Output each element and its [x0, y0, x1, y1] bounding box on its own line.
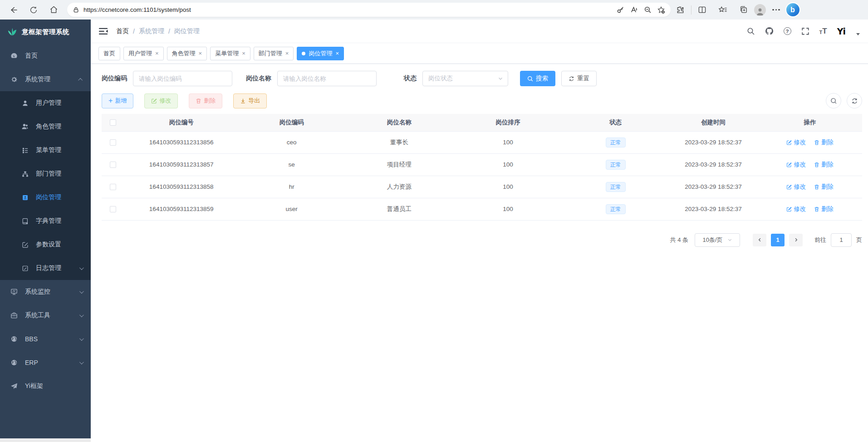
- next-page-button[interactable]: [789, 234, 803, 246]
- tab-label: 用户管理: [128, 49, 152, 58]
- edit-button[interactable]: 修改: [144, 93, 178, 108]
- post-name-input[interactable]: [277, 71, 377, 86]
- row-edit-link[interactable]: 修改: [786, 205, 806, 213]
- user-avatar-logo[interactable]: Yi: [837, 26, 845, 36]
- browser-menu-icon[interactable]: [772, 9, 780, 11]
- fullscreen-icon[interactable]: [801, 27, 809, 35]
- sidebar-item-erp[interactable]: ERP: [0, 351, 91, 374]
- table-row[interactable]: 1641030593112313859 user 普通员工 100 正常 202…: [102, 198, 862, 220]
- post-code-input[interactable]: [133, 71, 232, 86]
- select-all-checkbox[interactable]: [110, 119, 116, 126]
- home-icon[interactable]: [46, 3, 61, 17]
- profile-avatar-icon[interactable]: [754, 4, 766, 16]
- globe-icon: [10, 335, 18, 343]
- row-delete-link[interactable]: 删除: [814, 205, 834, 213]
- row-delete-link[interactable]: 删除: [814, 138, 834, 147]
- collections-icon[interactable]: [739, 5, 748, 14]
- sidebar-item-label: 部门管理: [36, 170, 61, 178]
- refresh-icon: [569, 76, 574, 82]
- header-search-icon[interactable]: [747, 27, 755, 35]
- table-search-toggle-icon[interactable]: [826, 93, 841, 108]
- sidebar-item-menus[interactable]: 菜单管理: [0, 138, 91, 162]
- sidebar-item-bbs[interactable]: BBS: [0, 327, 91, 351]
- sidebar-item-tools[interactable]: 系统工具: [0, 304, 91, 327]
- row-checkbox[interactable]: [110, 139, 116, 146]
- tab-department-management[interactable]: 部门管理 ×: [254, 47, 294, 60]
- favorites-bar-icon[interactable]: [718, 5, 727, 15]
- sidebar-item-parameters[interactable]: 参数设置: [0, 233, 91, 256]
- row-checkbox[interactable]: [110, 184, 116, 190]
- sidebar-item-monitoring[interactable]: 系统监控: [0, 280, 91, 304]
- read-aloud-icon[interactable]: [627, 4, 641, 16]
- extensions-puzzle-icon[interactable]: [676, 5, 685, 14]
- breadcrumb-item[interactable]: 首页: [116, 27, 129, 35]
- sidebar-collapse-icon[interactable]: [99, 27, 108, 35]
- breadcrumb-item[interactable]: 岗位管理: [174, 27, 200, 35]
- avatar-caret-icon[interactable]: [856, 33, 860, 35]
- sidebar-item-roles[interactable]: 角色管理: [0, 115, 91, 138]
- reset-button[interactable]: 重置: [561, 71, 597, 86]
- copilot-bing-icon[interactable]: b: [786, 3, 799, 16]
- page-size-select[interactable]: 10条/页: [695, 233, 740, 247]
- total-count: 共 4 条: [670, 236, 688, 244]
- browser-toolbar: https://ccnetcore.com:1101/system/post: [0, 0, 868, 20]
- sidebar-item-departments[interactable]: 部门管理: [0, 162, 91, 186]
- tab-home[interactable]: 首页: [98, 47, 120, 60]
- sidebar-item-posts[interactable]: 岗位管理: [0, 186, 91, 209]
- tab-close-icon[interactable]: ×: [335, 50, 339, 56]
- row-edit-link[interactable]: 修改: [786, 161, 806, 169]
- page-content: 岗位编码 岗位名称 状态 岗位状态 搜索: [91, 64, 868, 442]
- row-delete-link[interactable]: 删除: [814, 183, 834, 191]
- cell-post-sort: 100: [454, 153, 563, 176]
- tab-role-management[interactable]: 角色管理 ×: [167, 47, 207, 60]
- cell-post-id: 1641030593112313857: [124, 153, 238, 176]
- page-number-button[interactable]: 1: [771, 234, 785, 246]
- tab-close-icon[interactable]: ×: [285, 50, 289, 56]
- page-size-value: 10条/页: [702, 236, 722, 244]
- prev-page-button[interactable]: [753, 234, 766, 246]
- tab-post-management[interactable]: 岗位管理 ×: [297, 47, 344, 60]
- tab-user-management[interactable]: 用户管理 ×: [123, 47, 164, 60]
- app-logo[interactable]: 意框架管理系统: [0, 20, 91, 44]
- tab-close-icon[interactable]: ×: [199, 50, 202, 56]
- help-icon[interactable]: ?: [784, 27, 791, 35]
- breadcrumb-item[interactable]: 系统管理: [139, 27, 164, 35]
- split-screen-icon[interactable]: [698, 5, 706, 14]
- sidebar-item-logs[interactable]: 日志管理: [0, 256, 91, 280]
- dictionary-icon: [21, 218, 29, 225]
- refresh-icon[interactable]: [26, 3, 41, 17]
- sidebar-item-dictionary[interactable]: 字典管理: [0, 209, 91, 233]
- password-key-icon[interactable]: [613, 4, 627, 16]
- row-delete-link[interactable]: 删除: [814, 161, 834, 169]
- sidebar-item-users[interactable]: 用户管理: [0, 91, 91, 115]
- row-edit-link[interactable]: 修改: [786, 138, 806, 147]
- search-button[interactable]: 搜索: [520, 71, 555, 86]
- export-button[interactable]: 导出: [233, 93, 267, 108]
- sidebar-item-system[interactable]: 系统管理: [0, 68, 91, 91]
- tab-close-icon[interactable]: ×: [155, 50, 159, 56]
- row-edit-link[interactable]: 修改: [786, 183, 806, 191]
- tab-menu-management[interactable]: 菜单管理 ×: [210, 47, 250, 60]
- back-icon[interactable]: [6, 3, 21, 17]
- goto-page-input[interactable]: [831, 233, 852, 247]
- font-size-icon[interactable]: TT: [819, 27, 827, 35]
- add-button[interactable]: + 新增: [102, 93, 133, 108]
- table-row[interactable]: 1641030593112313856 ceo 董事长 100 正常 2023-…: [102, 131, 862, 153]
- address-bar[interactable]: https://ccnetcore.com:1101/system/post: [67, 3, 671, 17]
- sidebar-item-yi-framework[interactable]: Yi框架: [0, 374, 91, 398]
- delete-button[interactable]: 删除: [189, 93, 222, 108]
- status-select[interactable]: 岗位状态: [422, 71, 508, 86]
- table-refresh-icon[interactable]: [847, 93, 862, 108]
- main-panel: 首页 / 系统管理 / 岗位管理 ? TT Y: [91, 20, 868, 442]
- add-favorite-icon[interactable]: [654, 4, 668, 16]
- table-row[interactable]: 1641030593112313858 hr 人力资源 100 正常 2023-…: [102, 176, 862, 198]
- row-checkbox[interactable]: [110, 206, 116, 212]
- table-row[interactable]: 1641030593112313857 se 项目经理 100 正常 2023-…: [102, 153, 862, 176]
- status-badge: 正常: [606, 160, 626, 170]
- row-checkbox[interactable]: [110, 162, 116, 168]
- tab-close-icon[interactable]: ×: [242, 50, 245, 56]
- url-text[interactable]: https://ccnetcore.com:1101/system/post: [83, 6, 613, 13]
- sidebar-item-home[interactable]: 首页: [0, 44, 91, 68]
- zoom-out-icon[interactable]: [641, 4, 654, 16]
- github-icon[interactable]: [765, 27, 774, 35]
